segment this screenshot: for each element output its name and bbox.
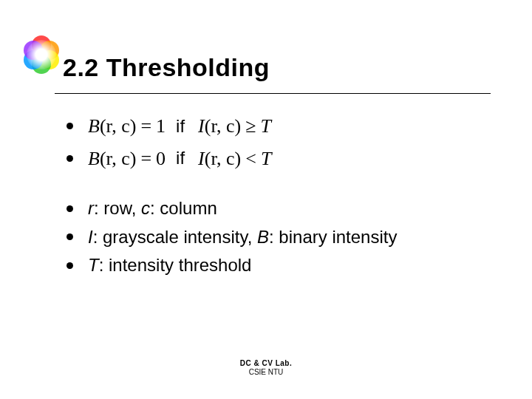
if-label: if bbox=[176, 144, 185, 172]
equation-rhs: I(r, c)<T bbox=[198, 143, 271, 174]
footer-line-1: DC & CV Lab. bbox=[0, 359, 532, 368]
bullet-icon bbox=[66, 205, 73, 212]
definition-text: r: row, c: column bbox=[88, 194, 217, 222]
title-underline bbox=[55, 93, 491, 94]
footer-line-2: CSIE NTU bbox=[0, 368, 532, 377]
definitions-list: r: row, c: column I: grayscale intensity… bbox=[66, 194, 480, 279]
slide-title: 2.2 Thresholding bbox=[63, 53, 270, 82]
list-item: I: grayscale intensity, B: binary intens… bbox=[66, 223, 480, 251]
slide-content: B(r, c)=1 if I(r, c)≥T B(r, c)=0 if I(r,… bbox=[66, 111, 480, 279]
list-item: r: row, c: column bbox=[66, 194, 480, 222]
equation-lhs: B(r, c)=1 bbox=[88, 111, 166, 142]
list-item: B(r, c)=1 if I(r, c)≥T bbox=[66, 111, 480, 142]
list-item: B(r, c)=0 if I(r, c)<T bbox=[66, 143, 480, 174]
bullet-icon bbox=[66, 233, 73, 240]
bullet-icon bbox=[66, 262, 73, 269]
footer: DC & CV Lab. CSIE NTU bbox=[0, 359, 532, 377]
equation-rhs: I(r, c)≥T bbox=[198, 111, 271, 142]
if-label: if bbox=[176, 112, 185, 140]
logo-color-flower bbox=[21, 34, 62, 75]
bullet-icon bbox=[66, 155, 73, 162]
equation-list: B(r, c)=1 if I(r, c)≥T B(r, c)=0 if I(r,… bbox=[66, 111, 480, 174]
definition-text: T: intensity threshold bbox=[88, 251, 251, 279]
bullet-icon bbox=[66, 123, 73, 129]
equation-lhs: B(r, c)=0 bbox=[88, 143, 166, 174]
list-item: T: intensity threshold bbox=[66, 251, 480, 279]
svg-point-6 bbox=[27, 40, 56, 69]
definition-text: I: grayscale intensity, B: binary intens… bbox=[88, 223, 397, 251]
